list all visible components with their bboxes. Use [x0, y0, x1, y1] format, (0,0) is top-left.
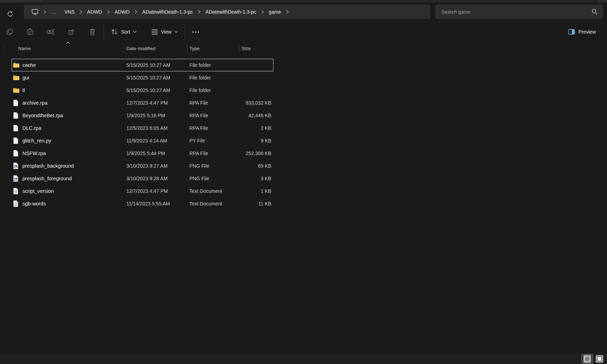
file-name: tl — [22, 84, 25, 97]
file-size: 252,306 KB — [222, 147, 271, 160]
column-headers: Name Date modified Type Size — [0, 41, 607, 56]
file-size — [222, 59, 271, 71]
column-divider[interactable] — [239, 43, 239, 53]
file-type: RPA File — [189, 122, 208, 134]
column-divider[interactable] — [187, 43, 187, 53]
column-divider — [4, 43, 4, 53]
breadcrumb-item[interactable]: ADWD — [111, 7, 134, 16]
breadcrumb-item[interactable]: … — [47, 7, 60, 16]
file-size: 1 KB — [222, 185, 271, 197]
search-icon — [592, 9, 598, 15]
file-explorer-window: …VNSADWDADWDADatewithDeath-1.3-pcADatewi… — [0, 0, 607, 364]
file-size: 3 KB — [222, 172, 271, 185]
chevron-right-icon — [134, 10, 137, 14]
breadcrumb-label: … — [51, 9, 56, 15]
breadcrumb: …VNSADWDADWDADatewithDeath-1.3-pcADatewi… — [27, 7, 289, 17]
address-bar[interactable]: …VNSADWDADWDADatewithDeath-1.3-pcADatewi… — [24, 5, 430, 19]
file-icon — [13, 112, 19, 119]
toolbar-divider — [104, 24, 104, 40]
breadcrumb-item[interactable]: ADatewithDeath-1.3-pc — [201, 7, 260, 16]
file-name: DLC.rpa — [22, 122, 41, 134]
file-type: PY File — [189, 134, 205, 147]
file-size — [222, 84, 271, 97]
chevron-right-icon — [43, 10, 46, 14]
table-row[interactable]: DLC.rpa12/5/2023 6:05 AMRPA File2 KB — [12, 122, 273, 134]
table-row[interactable]: script_version12/7/2023 4:47 PMText Docu… — [12, 185, 273, 197]
table-row[interactable]: BeyondtheBet.rpa1/9/2025 5:18 PMRPA File… — [12, 109, 273, 122]
column-divider[interactable] — [124, 43, 124, 53]
file-name: script_version — [22, 185, 54, 197]
folder-icon — [13, 75, 20, 80]
column-header-name[interactable]: Name — [18, 41, 31, 56]
paste-icon — [27, 28, 34, 36]
chevron-right-icon — [107, 10, 110, 14]
breadcrumb-item[interactable]: game — [265, 7, 285, 16]
share-icon — [68, 28, 76, 36]
table-row[interactable]: tl5/15/2025 10:27 AMFile folder — [12, 84, 273, 97]
column-header-date-modified[interactable]: Date modified — [126, 41, 155, 56]
file-name: BeyondtheBet.rpa — [22, 109, 63, 122]
share-button[interactable] — [65, 25, 79, 39]
file-name: gui — [22, 71, 29, 84]
details-view-toggle[interactable] — [581, 354, 593, 364]
sort-button-label: Sort — [121, 29, 130, 35]
large-icons-view-toggle[interactable] — [595, 354, 604, 364]
table-row[interactable]: glitch_ren.py11/9/2023 4:14 AMPY File9 K… — [12, 134, 273, 147]
copy-button[interactable] — [3, 25, 17, 39]
copy-icon — [6, 28, 14, 36]
file-name: presplash_foreground — [22, 172, 72, 185]
breadcrumb-label: ADWD — [87, 9, 102, 15]
paste-button[interactable] — [23, 25, 37, 39]
delete-button[interactable] — [85, 25, 99, 39]
column-header-type[interactable]: Type — [189, 41, 200, 56]
search-box[interactable] — [435, 5, 603, 19]
table-row[interactable]: archive.rpa12/7/2023 4:47 PMRPA File933,… — [12, 97, 273, 109]
chevron-right-icon — [261, 10, 264, 14]
monitor-icon — [32, 9, 39, 15]
file-icon — [13, 125, 19, 132]
sort-button[interactable]: Sort — [107, 25, 140, 39]
refresh-button[interactable] — [5, 9, 15, 19]
view-button[interactable]: View — [148, 25, 181, 39]
file-name: sgb-words — [22, 197, 46, 210]
file-size: 2 KB — [222, 122, 271, 134]
file-date-modified: 11/9/2023 4:14 AM — [126, 134, 167, 147]
file-size: 933,032 KB — [222, 97, 271, 109]
status-bar — [0, 353, 607, 364]
breadcrumb-item[interactable]: VNS — [60, 7, 79, 16]
preview-button[interactable]: Preview — [565, 25, 599, 39]
breadcrumb-label: game — [269, 9, 281, 15]
file-name: archive.rpa — [22, 97, 48, 109]
file-size: 11 KB — [222, 197, 271, 210]
table-row[interactable]: cache5/15/2025 10:27 AMFile folder — [12, 59, 273, 71]
chevron-right-icon — [286, 10, 289, 14]
file-date-modified: 12/7/2023 4:47 PM — [126, 97, 168, 109]
breadcrumb-item[interactable] — [27, 7, 43, 17]
textdoc-icon — [13, 188, 19, 195]
column-header-size[interactable]: Size — [242, 41, 251, 56]
textdoc-icon — [13, 200, 19, 207]
view-button-label: View — [161, 29, 172, 35]
table-row[interactable]: presplash_background3/10/2023 9:27 AMPNG… — [12, 160, 273, 172]
icons-view-icon — [596, 355, 603, 363]
breadcrumb-item[interactable]: ADWD — [83, 7, 106, 16]
breadcrumb-item[interactable]: ADatewithDeath-1.3-pc — [138, 7, 197, 16]
file-size — [222, 71, 271, 84]
file-type: Text Document — [189, 185, 222, 197]
more-options-button[interactable] — [189, 25, 202, 39]
file-type: File folder — [189, 71, 211, 84]
table-row[interactable]: NSFW.rpa1/9/2025 5:44 PMRPA File252,306 … — [12, 147, 273, 160]
chevron-down-icon — [133, 31, 137, 33]
preview-button-label: Preview — [578, 29, 596, 35]
table-row[interactable]: gui5/15/2025 10:27 AMFile folder — [12, 71, 273, 84]
rename-button[interactable] — [44, 25, 58, 39]
file-date-modified: 5/15/2025 10:27 AM — [126, 59, 170, 71]
view-list-icon — [151, 29, 158, 35]
file-date-modified: 3/10/2023 9:28 AM — [126, 172, 168, 185]
table-row[interactable]: sgb-words11/14/2023 5:55 AMText Document… — [12, 197, 273, 210]
folder-icon — [13, 62, 20, 68]
file-date-modified: 12/5/2023 6:05 AM — [126, 122, 168, 134]
file-size: 9 KB — [222, 134, 271, 147]
table-row[interactable]: presplash_foreground3/10/2023 9:28 AMPNG… — [12, 172, 273, 185]
search-input[interactable] — [441, 9, 589, 15]
